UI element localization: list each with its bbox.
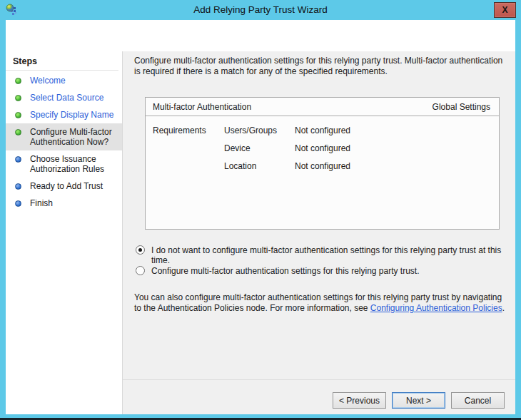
spacer [153,162,224,171]
steps-list: Welcome Select Data Source Specify Displ… [6,72,122,212]
close-icon: X [502,5,507,15]
requirement-name: Users/Groups [224,126,295,135]
close-button[interactable]: X [494,2,516,18]
step-pending-icon [15,183,21,190]
radio-skip-mfa[interactable]: I do not want to configure multi-factor … [136,245,507,265]
window-title: Add Relying Party Trust Wizard [0,0,521,20]
requirement-value: Not configured [295,126,499,135]
step-pending-icon [15,200,21,207]
step-label: Welcome [30,76,66,86]
header-band [6,20,515,51]
requirements-label: Requirements [153,126,224,135]
step-pending-icon [15,156,21,163]
step-label: Configure Multi-factor Authentication No… [30,127,112,147]
step-item-welcome[interactable]: Welcome [6,72,122,89]
step-item-configure-mfa-now[interactable]: Configure Multi-factor Authentication No… [6,123,122,150]
step-label: Finish [30,198,53,208]
step-label: Specify Display Name [30,110,113,120]
step-current-icon [15,129,21,135]
footnote-after: . [502,303,505,313]
global-settings-label: Global Settings [433,102,490,112]
wizard-window: Add Relying Party Trust Wizard X Steps W… [0,0,521,420]
step-label: Choose Issuance Authorization Rules [30,154,104,174]
requirement-value: Not configured [295,144,499,153]
step-item-specify-display-name[interactable]: Specify Display Name [6,106,122,123]
button-bar: < Previous Next > Cancel [123,379,515,414]
content-pane: Configure multi-factor authentication se… [123,51,515,379]
requirement-name: Location [224,162,295,171]
step-item-select-data-source[interactable]: Select Data Source [6,89,122,106]
radio-configure-mfa[interactable]: Configure multi-factor authentication se… [136,266,507,276]
steps-heading: Steps [6,53,118,71]
step-completed-icon [15,112,21,118]
step-item-ready-to-add-trust: Ready to Add Trust [6,178,122,195]
cancel-button[interactable]: Cancel [451,392,505,409]
step-item-choose-issuance-rules: Choose Issuance Authorization Rules [6,150,122,178]
step-completed-icon [15,95,21,101]
radio-configure-mfa-label: Configure multi-factor authentication se… [151,266,420,276]
requirement-value: Not configured [295,162,499,171]
radio-skip-mfa-label: I do not want to configure multi-factor … [151,245,507,265]
configuring-auth-policies-link[interactable]: Configuring Authentication Policies [370,303,502,313]
footnote-text: You can also configure multi-factor auth… [134,292,507,314]
previous-button[interactable]: < Previous [333,392,386,409]
step-label: Select Data Source [30,93,103,103]
radio-selected-icon[interactable] [136,245,145,255]
titlebar[interactable]: Add Relying Party Trust Wizard X [0,0,521,20]
radio-unselected-icon[interactable] [136,266,145,275]
spacer [153,144,224,153]
mfa-settings-table: Multi-factor Authentication Global Setti… [145,97,500,230]
mfa-table-title: Multi-factor Authentication [153,102,251,112]
intro-text: Configure multi-factor authentication se… [134,56,505,77]
step-label: Ready to Add Trust [30,181,103,191]
requirement-name: Device [224,144,295,153]
next-button[interactable]: Next > [392,392,445,409]
steps-sidebar: Steps Welcome Select Data Source Specify… [6,51,123,414]
step-completed-icon [15,78,21,84]
step-item-finish: Finish [6,195,122,212]
